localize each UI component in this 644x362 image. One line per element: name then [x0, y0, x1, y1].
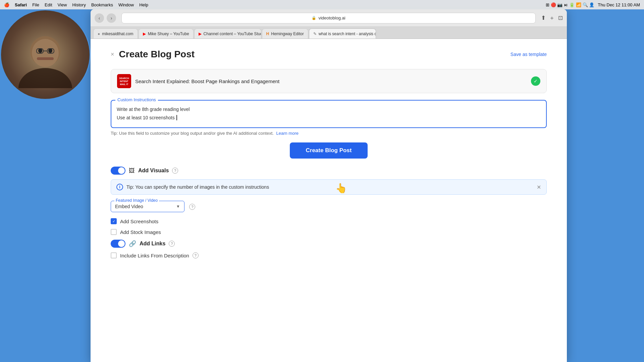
tab-favicon-youtube-mike: ▶ — [143, 32, 146, 36]
lock-icon: 🔒 — [312, 16, 316, 20]
instructions-content: Write at the 8th grade reading level Use… — [117, 105, 541, 122]
tab-label-search: what is search intent - analysis de... — [319, 32, 376, 36]
text-cursor — [175, 115, 177, 120]
image-icon: 🖼 — [129, 167, 135, 174]
tab-label-hemingway: Hemingway Editor — [271, 32, 304, 36]
address-bar[interactable]: 🔒 videotoblog.ai — [121, 13, 536, 23]
menu-safari[interactable]: Safari — [15, 2, 27, 7]
add-stock-images-checkbox[interactable] — [111, 229, 117, 235]
add-links-label: Add Links — [140, 241, 165, 247]
header-left: × Create Blog Post — [111, 49, 195, 60]
url-text: videotoblog.ai — [318, 15, 345, 20]
svg-text:MAIL IT: MAIL IT — [120, 83, 128, 85]
custom-instructions-box: Custom Instructions Write at the 8th gra… — [111, 100, 547, 128]
svg-point-2 — [32, 39, 59, 67]
tab-favicon-mikesaidthat: ● — [98, 32, 100, 36]
link-icon: 🔗 — [129, 240, 136, 247]
tab-favicon-search: ✎ — [313, 32, 317, 36]
info-circle-icon: i — [116, 184, 123, 190]
instruction-line-2-text: Use at least 10 screenshots — [117, 115, 175, 120]
menu-file[interactable]: File — [32, 2, 39, 7]
add-visuals-toggle[interactable] — [111, 167, 125, 175]
instruction-line-1: Write at the 8th grade reading level — [117, 105, 541, 114]
featured-question-icon[interactable]: ? — [189, 204, 195, 210]
instruction-line-2: Use at least 10 screenshots — [117, 114, 541, 122]
add-screenshots-checkbox[interactable]: ✓ — [111, 218, 117, 224]
menu-icons: ⊞ 🔴 📷 ⏯ 🔋 📶 🔍 👤 — [546, 2, 594, 7]
add-links-help-icon[interactable]: ? — [169, 241, 175, 247]
create-blog-post-button[interactable]: Create Blog Post — [290, 142, 368, 159]
check-icon: ✓ — [531, 76, 540, 86]
save-template-button[interactable]: Save as template — [511, 52, 547, 57]
tip-text-content: Tip: Use this field to customize your bl… — [111, 131, 274, 136]
tab-search-intent[interactable]: ✎ what is search intent - analysis de... — [309, 28, 376, 39]
include-links-help-icon[interactable]: ? — [193, 252, 199, 258]
main-content-area: × Create Blog Post Save as template SEAR… — [91, 39, 567, 362]
close-banner-button[interactable]: ✕ — [537, 184, 541, 190]
forward-btn[interactable]: › — [107, 13, 116, 23]
dropdown-chevron-icon: ▼ — [176, 204, 180, 209]
menu-help[interactable]: Help — [139, 2, 148, 7]
add-stock-images-row: Add Stock Images — [111, 229, 547, 235]
add-links-toggle[interactable] — [111, 240, 125, 248]
include-links-checkbox[interactable] — [111, 252, 117, 258]
browser-toolbar: ‹ › 🔒 videotoblog.ai ⬆ ＋ ⊡ — [91, 9, 567, 27]
video-title: Search Intent Explained: Boost Page Rank… — [135, 78, 279, 84]
new-tab-icon[interactable]: ＋ — [549, 14, 555, 22]
browser-window: ‹ › 🔒 videotoblog.ai ⬆ ＋ ⊡ ● mikesaidtha… — [91, 9, 567, 362]
webcam-overlay — [0, 9, 91, 100]
add-screenshots-label: Add Screenshots — [120, 219, 158, 224]
include-links-row: Include Links From Description ? — [111, 252, 547, 258]
menu-history[interactable]: History — [72, 2, 86, 7]
custom-instructions-section: Custom Instructions Write at the 8th gra… — [111, 100, 547, 136]
webcam-video — [1, 10, 90, 99]
svg-text:SEARCH: SEARCH — [119, 77, 129, 79]
tab-label-youtube-mike: Mike Shuey – YouTube — [148, 32, 189, 36]
add-visuals-row: 🖼 Add Visuals ? — [111, 167, 547, 175]
add-visuals-label: Add Visuals — [138, 168, 169, 174]
menu-view[interactable]: View — [58, 2, 67, 7]
apple-menu[interactable]: 🍎 — [4, 2, 9, 7]
dropdown-inner[interactable]: Embed Video ▼ — [115, 204, 180, 209]
add-stock-images-label: Add Stock Images — [120, 229, 161, 235]
tab-label-channel: Channel content – YouTube Studio — [204, 32, 261, 36]
dropdown-selected-value: Embed Video — [115, 204, 143, 209]
video-thumbnail: SEARCH INTENT MAIL IT — [117, 74, 131, 88]
menubar: 🍎 Safari File Edit View History Bookmark… — [0, 0, 644, 9]
tab-hemingway[interactable]: H Hemingway Editor — [262, 28, 308, 39]
tabs-bar: ● mikesaidthat.com ▶ Mike Shuey – YouTub… — [91, 27, 567, 39]
menubar-time: Thu Dec 12 11:00 AM — [598, 2, 640, 7]
tab-channel-content[interactable]: ▶ Channel content – YouTube Studio — [194, 28, 261, 39]
info-banner: i Tip: You can specify the number of ima… — [111, 179, 547, 195]
include-links-label: Include Links From Description — [120, 253, 189, 258]
svg-rect-5 — [37, 57, 54, 60]
info-banner-text: Tip: You can specify the number of image… — [126, 184, 269, 190]
sidebar-icon[interactable]: ⊡ — [558, 14, 563, 21]
featured-image-section: Featured Image / Video Embed Video ▼ ? — [111, 201, 547, 212]
add-screenshots-row: ✓ Add Screenshots — [111, 218, 547, 224]
tab-mikesaidthat[interactable]: ● mikesaidthat.com — [93, 28, 138, 39]
back-btn[interactable]: ‹ — [95, 13, 104, 23]
learn-more-link[interactable]: Learn more — [276, 131, 298, 136]
featured-help-icon[interactable]: ? — [189, 204, 195, 210]
tab-youtube-mike[interactable]: ▶ Mike Shuey – YouTube — [139, 28, 194, 39]
menu-bookmarks[interactable]: Bookmarks — [91, 2, 113, 7]
page-content: × Create Blog Post Save as template SEAR… — [91, 39, 567, 362]
page-header: × Create Blog Post Save as template — [111, 49, 547, 60]
info-banner-left: i Tip: You can specify the number of ima… — [116, 184, 269, 190]
featured-dropdown-wrapper: Featured Image / Video Embed Video ▼ — [111, 201, 184, 212]
close-button[interactable]: × — [111, 51, 114, 57]
custom-instructions-legend: Custom Instructions — [115, 97, 158, 102]
tab-favicon-channel: ▶ — [199, 32, 202, 36]
featured-dropdown-label: Featured Image / Video — [114, 198, 159, 203]
svg-text:INTENT: INTENT — [120, 80, 128, 82]
menu-window[interactable]: Window — [118, 2, 134, 7]
share-icon[interactable]: ⬆ — [541, 14, 546, 21]
toolbar-icons: ⬆ ＋ ⊡ — [541, 14, 563, 22]
svg-point-0 — [18, 68, 72, 88]
page-title: Create Blog Post — [119, 49, 195, 60]
menu-edit[interactable]: Edit — [45, 2, 52, 7]
menubar-left: 🍎 Safari File Edit View History Bookmark… — [4, 2, 148, 7]
video-card-left: SEARCH INTENT MAIL IT Search Intent Expl… — [117, 74, 279, 88]
add-visuals-help-icon[interactable]: ? — [172, 168, 178, 174]
